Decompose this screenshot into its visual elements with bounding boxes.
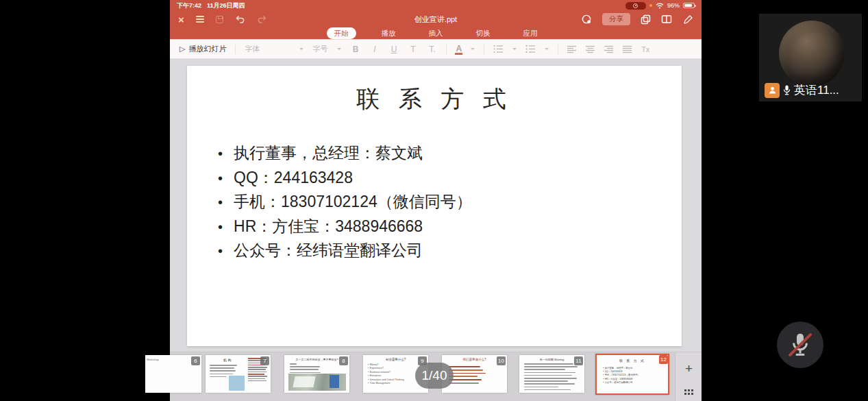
list-item: 手机：18307102124（微信同号）	[218, 190, 682, 215]
document-title: 创业宣讲.ppt	[414, 14, 457, 25]
participant-avatar	[779, 21, 845, 86]
tab-play[interactable]: 播放	[374, 27, 404, 39]
thumbnail-slide-8[interactable]: 大一大二能不能创业，要不要创业? 8	[284, 355, 349, 393]
bold-button[interactable]: B	[350, 45, 360, 54]
app-toolbar: × 创业宣讲.ppt 分享	[170, 11, 702, 27]
status-bar: 下午7:42 11月26日周四 96%	[170, 0, 702, 11]
chevron-down-icon	[337, 48, 341, 50]
tab-transition[interactable]: 切换	[469, 27, 498, 39]
battery-icon	[683, 3, 695, 9]
mic-icon	[782, 84, 791, 96]
screen-recording-indicator[interactable]	[625, 2, 646, 10]
slide-filmstrip: Workshop 6 机 构 7 大一大二能不能创业，要不要创业?	[170, 352, 702, 401]
filmstrip-side-panel: +	[675, 352, 702, 401]
meeting-window: 下午7:42 11月26日周四 96% ×	[0, 0, 868, 401]
undo-icon[interactable]	[235, 14, 245, 24]
slide-number-badge: 8	[339, 356, 348, 365]
share-button[interactable]: 分享	[602, 13, 630, 25]
font-name-dropdown[interactable]: 字体	[245, 44, 303, 54]
slide-number-badge: 6	[191, 356, 200, 365]
screen-share-area: 下午7:42 11月26日周四 96% ×	[170, 0, 702, 401]
play-icon: ▷	[179, 45, 185, 53]
play-slideshow-button[interactable]: ▷ 播放幻灯片	[179, 44, 226, 54]
thumbnail-title: 联 系 方 式	[597, 359, 668, 363]
redo-icon[interactable]	[257, 14, 267, 24]
font-size-dropdown[interactable]: 字号	[312, 44, 341, 54]
chevron-down-icon	[299, 48, 303, 50]
align-left-button[interactable]	[567, 45, 577, 53]
status-time-date: 下午7:42 11月26日周四	[177, 1, 245, 10]
thumbnail-slide-7[interactable]: 机 构 7	[206, 355, 271, 393]
font-color-button[interactable]: A	[456, 44, 462, 55]
person-icon	[768, 86, 777, 95]
list-item: 公众号：经纬语堂翻译公司	[603, 381, 640, 385]
text-effect-button[interactable]: T	[408, 45, 418, 54]
add-slide-button[interactable]: +	[675, 358, 702, 380]
clear-format-button[interactable]: Tx	[641, 45, 649, 53]
italic-button[interactable]: I	[369, 45, 380, 54]
menu-icon[interactable]	[196, 16, 204, 23]
list-item: 手机：18307102124（微信同号）	[603, 374, 640, 377]
tab-home[interactable]: 开始	[327, 27, 356, 39]
history-icon[interactable]	[581, 14, 592, 25]
align-right-button[interactable]	[604, 45, 614, 53]
slide-number-badge: 7	[260, 356, 269, 365]
page-indicator: 1/40	[415, 363, 454, 389]
thumbnail-slide-12-active[interactable]: 联 系 方 式 执行董事，总经理：蔡文斌QQ：244163428手机：18307…	[595, 354, 669, 395]
close-icon[interactable]: ×	[178, 14, 184, 25]
tab-apps[interactable]: 应用	[516, 27, 545, 39]
editor-canvas: 联 系 方 式 执行董事，总经理：蔡文斌QQ：244163428手机：18307…	[170, 59, 702, 401]
chevron-down-icon[interactable]	[545, 48, 549, 50]
battery-percent: 96%	[667, 2, 680, 9]
mic-in-use-dot	[649, 4, 652, 7]
slide-number-badge: 10	[497, 356, 506, 365]
chevron-down-icon[interactable]	[512, 48, 517, 50]
pen-icon[interactable]	[682, 14, 693, 25]
slide-number-badge: 11	[574, 356, 583, 365]
toolbar-left-group: ×	[178, 14, 267, 25]
status-date: 11月26日周四	[207, 1, 245, 10]
text-style-button[interactable]: T.	[427, 45, 437, 54]
copy-icon[interactable]	[641, 14, 651, 25]
chevron-down-icon[interactable]	[471, 48, 475, 50]
grid-icon	[684, 389, 693, 395]
list-item: HR：方佳宝：3488946668	[218, 215, 682, 239]
align-center-button[interactable]	[586, 45, 595, 53]
thumbnail-text-fragment: Workshop	[147, 358, 174, 361]
record-icon	[633, 3, 638, 8]
ribbon-tabs: 开始 播放 插入 切换 应用	[170, 27, 702, 39]
current-slide[interactable]: 联 系 方 式 执行董事，总经理：蔡文斌QQ：244163428手机：18307…	[187, 66, 682, 346]
thumbnail-slide-11[interactable]: 第一轮回顾 Wanting 11	[519, 355, 584, 393]
wifi-icon	[656, 3, 664, 9]
presenter-badge	[765, 83, 780, 98]
list-item: 公众号：经纬语堂翻译公司	[218, 239, 682, 263]
list-item: QQ：244163428	[218, 166, 682, 191]
thumbnail-bullets: Money?Experience?Business network?Enterp…	[368, 363, 404, 385]
status-indicators: 96%	[625, 2, 695, 10]
thumbnail-bullets: 执行董事，总经理：蔡文斌QQ：244163428手机：18307102124（微…	[603, 367, 640, 385]
align-justify-button[interactable]	[623, 45, 632, 53]
thumbnail-photo	[288, 374, 346, 391]
slide-bullet-list: 执行董事，总经理：蔡文斌QQ：244163428手机：18307102124（微…	[218, 141, 682, 263]
status-time: 下午7:42	[177, 1, 201, 10]
list-item: Time Management	[368, 382, 404, 385]
grid-view-button[interactable]	[675, 384, 702, 400]
book-icon[interactable]	[661, 14, 672, 24]
list-item: 执行董事，总经理：蔡文斌	[218, 141, 682, 166]
save-icon[interactable]	[216, 16, 223, 23]
participant-label: 英语11...	[765, 82, 839, 98]
participant-name: 英语11...	[794, 82, 839, 98]
numbered-list-button[interactable]	[525, 45, 536, 53]
format-toolbar: ▷ 播放幻灯片 字体 字号 B I U T T. A	[170, 39, 702, 59]
slide-number-badge: 12	[659, 355, 668, 364]
bullet-list-button[interactable]	[493, 45, 504, 53]
tab-insert[interactable]: 插入	[421, 27, 451, 39]
thumbnail-slide-6[interactable]: Workshop 6	[145, 355, 201, 393]
toolbar-right-group: 分享	[581, 13, 693, 25]
slide-title: 联 系 方 式	[187, 84, 682, 115]
thumbnail-image	[229, 376, 245, 391]
mute-button[interactable]	[777, 321, 823, 368]
underline-button[interactable]: U	[388, 45, 399, 54]
participant-video-tile[interactable]: 英语11...	[759, 14, 862, 101]
